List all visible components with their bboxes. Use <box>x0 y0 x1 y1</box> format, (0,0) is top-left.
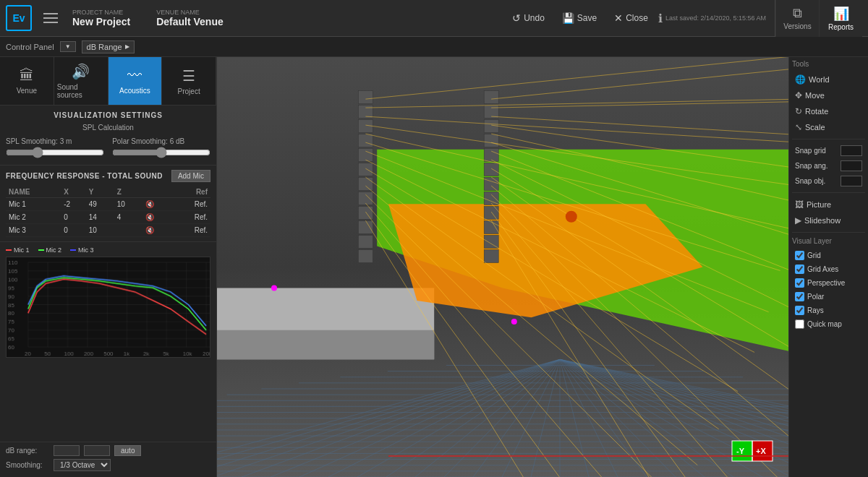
visual-layer-label: Visual Layer <box>792 237 865 245</box>
spl-smoothing-control: SPL Smoothing: 3 m <box>6 137 104 159</box>
layer-rays: Rays <box>792 304 865 317</box>
legend-mic2-color <box>38 249 44 251</box>
chart-controls: dB range: 60 110 auto Smoothing: 1/3 Oct… <box>0 442 216 477</box>
versions-panel-button[interactable]: ⧉ Versions <box>775 0 819 37</box>
layer-grid-axes: Grid Axes <box>792 263 865 275</box>
app-logo: Ev <box>6 5 32 31</box>
reports-panel-button[interactable]: 📊 Reports <box>819 0 862 37</box>
undo-button[interactable]: ↺ Undo <box>505 9 552 27</box>
hamburger-menu[interactable] <box>43 13 58 23</box>
world-icon: 🌐 <box>795 74 806 85</box>
tool-rotate[interactable]: ↻ Rotate <box>792 104 865 119</box>
legend-mic2: Mic 2 <box>38 246 62 254</box>
project-name: New Project <box>72 16 130 27</box>
tool-move[interactable]: ✥ Move <box>792 88 865 103</box>
snap-ang-row: Snap ang. 5 <box>792 159 865 173</box>
sound-sources-icon: 🔊 <box>72 63 90 80</box>
frequency-response-section: FREQUENCY RESPONSE - TOTAL SOUND Add Mic… <box>0 166 216 242</box>
db-min-input[interactable]: 60 <box>54 445 80 456</box>
smoothing-label: Smoothing: <box>6 461 49 469</box>
table-row: Mic 1 -2 49 10 🔇 Ref. <box>6 198 210 211</box>
undo-icon: ↺ <box>512 12 521 24</box>
slideshow-icon: ▶ <box>795 215 801 225</box>
smoothing-row: Smoothing: 1/3 Octave 1/6 Octave 1 Octav… <box>6 459 210 471</box>
layer-polar-checkbox[interactable] <box>795 292 804 301</box>
table-row: Mic 2 0 14 4 🔇 Ref. <box>6 211 210 224</box>
col-ref: Ref <box>171 186 210 198</box>
table-row: Mic 3 0 10 🔇 Ref. <box>6 224 210 237</box>
acoustics-icon: 〰 <box>127 67 142 84</box>
smoothing-select[interactable]: 1/3 Octave 1/6 Octave 1 Octave <box>54 459 111 471</box>
toolbar-row: Control Panel ▼ dB Range ▶ <box>0 37 868 57</box>
left-panel: 🏛 Venue 🔊 Sound sources 〰 Acoustics ☰ Pr… <box>0 57 217 477</box>
tool-picture[interactable]: 🖼 Picture <box>792 197 865 212</box>
venue-name: Default Venue <box>156 16 224 27</box>
col-x: X <box>61 186 85 198</box>
layer-quick-map: Quick map <box>792 318 865 330</box>
project-icon: ☰ <box>182 67 195 85</box>
db-range-label: dB range: <box>6 447 49 455</box>
nav-tabs: 🏛 Venue 🔊 Sound sources 〰 Acoustics ☰ Pr… <box>0 57 216 106</box>
reports-icon: 📊 <box>833 6 849 22</box>
snap-grid-input[interactable]: 1 <box>841 145 862 156</box>
layer-rays-checkbox[interactable] <box>795 306 804 315</box>
actions-group: ↺ Undo 💾 Save ✕ Close ℹ Last saved: 2/14… <box>505 9 766 27</box>
col-icon <box>142 186 172 198</box>
polar-smoothing-label: Polar Smoothing: 6 dB <box>112 137 210 145</box>
divider-2 <box>792 192 865 193</box>
venue-label: VENUE NAME <box>156 9 224 16</box>
3d-viewport[interactable] <box>217 57 788 477</box>
tools-label: Tools <box>792 60 865 68</box>
db-range-dropdown[interactable]: dB Range ▶ <box>82 40 135 53</box>
tab-sound-sources[interactable]: 🔊 Sound sources <box>54 57 109 105</box>
db-max-input[interactable]: 110 <box>84 445 110 456</box>
add-mic-button[interactable]: Add Mic <box>171 170 210 182</box>
save-icon: 💾 <box>562 12 574 24</box>
save-button[interactable]: 💾 Save <box>555 9 604 27</box>
layer-perspective-checkbox[interactable] <box>795 278 804 288</box>
visualization-settings: VISUALIZATION SETTINGS SPL Calculation S… <box>0 106 216 166</box>
col-name: NAME <box>6 186 61 198</box>
layer-grid-checkbox[interactable] <box>795 251 804 260</box>
close-icon: ✕ <box>614 12 623 24</box>
polar-smoothing-slider[interactable] <box>112 147 210 158</box>
frequency-chart-area: Mic 1 Mic 2 Mic 3 <box>0 242 216 442</box>
spl-calc-label: SPL Calculation <box>6 124 210 132</box>
layer-quick-map-checkbox[interactable] <box>795 319 804 329</box>
snap-obj-input[interactable]: 0.5 <box>841 176 862 186</box>
picture-icon: 🖼 <box>795 199 804 210</box>
tab-project[interactable]: ☰ Project <box>162 57 216 105</box>
freq-header: FREQUENCY RESPONSE - TOTAL SOUND Add Mic <box>6 170 210 182</box>
db-auto-button[interactable]: auto <box>114 445 141 456</box>
legend-mic1: Mic 1 <box>6 246 30 254</box>
control-panel-dropdown[interactable]: ▼ <box>60 41 76 52</box>
venue-icon: 🏛 <box>20 67 34 84</box>
layer-perspective: Perspective <box>792 277 865 289</box>
scale-icon: ⤡ <box>795 122 802 132</box>
versions-icon: ⧉ <box>793 6 802 21</box>
tab-venue[interactable]: 🏛 Venue <box>0 57 54 105</box>
freq-title: FREQUENCY RESPONSE - TOTAL SOUND <box>6 172 163 180</box>
tool-slideshow[interactable]: ▶ Slideshow <box>792 213 865 228</box>
col-z: Z <box>114 186 142 198</box>
legend-mic3-color <box>70 249 76 251</box>
col-y: Y <box>86 186 114 198</box>
tool-scale[interactable]: ⤡ Scale <box>792 120 865 134</box>
main-layout: 🏛 Venue 🔊 Sound sources 〰 Acoustics ☰ Pr… <box>0 57 868 477</box>
info-button[interactable]: ℹ <box>658 12 663 25</box>
polar-smoothing-control: Polar Smoothing: 6 dB <box>112 137 210 159</box>
project-label: PROJECT NAME <box>72 9 130 16</box>
rotate-icon: ↻ <box>795 106 802 116</box>
spl-smoothing-slider[interactable] <box>6 147 104 158</box>
tab-acoustics[interactable]: 〰 Acoustics <box>109 57 163 105</box>
snap-grid-row: Snap grid 1 <box>792 144 865 158</box>
snap-ang-input[interactable]: 5 <box>841 160 862 171</box>
layer-grid-axes-checkbox[interactable] <box>795 265 804 274</box>
chart-legend: Mic 1 Mic 2 Mic 3 <box>6 246 210 254</box>
vis-settings-title: VISUALIZATION SETTINGS <box>6 111 210 119</box>
layer-grid: Grid <box>792 249 865 262</box>
tool-world[interactable]: 🌐 World <box>792 72 865 87</box>
legend-mic3: Mic 3 <box>70 246 94 254</box>
close-button[interactable]: ✕ Close <box>607 9 655 27</box>
topbar: Ev PROJECT NAME New Project VENUE NAME D… <box>0 0 868 37</box>
